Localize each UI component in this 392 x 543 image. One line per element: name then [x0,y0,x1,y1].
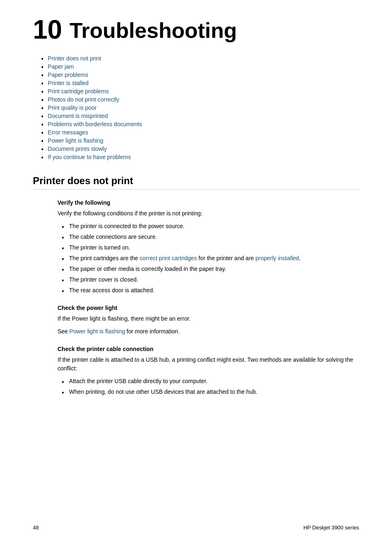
list-item: When printing, do not use other USB devi… [62,388,359,396]
chapter-number: 10 [33,16,62,43]
toc-link-document-prints-slowly[interactable]: Document prints slowly [48,146,107,152]
footer-page-number: 48 [33,525,39,531]
subsection-title-power-light: Check the power light [58,305,359,311]
link-properly-installed[interactable]: properly installed [256,255,299,261]
toc-link-paper-problems[interactable]: Paper problems [48,72,88,78]
list-item: The printer is connected to the power so… [62,222,359,231]
list-item: Paper jam [41,63,359,70]
subsection-title-cable: Check the printer cable connection [58,346,359,352]
toc-link-power-light[interactable]: Power light is flashing [48,137,103,144]
list-item: Printer is stalled [41,80,359,86]
list-item: The cable connections are secure. [62,233,359,241]
list-item: The print cartridges are the correct pri… [62,254,359,263]
section-heading: Printer does not print [33,175,359,189]
toc-link-document-misprinted[interactable]: Document is misprinted [48,113,108,119]
verify-bullet-list: The printer is connected to the power so… [58,222,359,295]
list-item: The paper or other media is correctly lo… [62,265,359,273]
subsection-verify-following: Verify the following Verify the followin… [58,199,359,295]
list-item: Paper problems [41,72,359,78]
footer-brand: HP Deskjet 3900 series [303,525,359,531]
toc-link-printer-is-stalled[interactable]: Printer is stalled [48,80,89,86]
list-item: Attach the printer USB cable directly to… [62,377,359,386]
list-item: Print quality is poor [41,104,359,111]
link-correct-cartridges[interactable]: correct print cartridges [140,255,197,261]
toc-link-photos-do-not-print[interactable]: Photos do not print correctly [48,96,119,103]
list-item: Photos do not print correctly [41,96,359,103]
power-light-text-2: See Power light is flashing for more inf… [58,327,359,336]
cable-bullet-list: Attach the printer USB cable directly to… [58,377,359,396]
link-power-light-flashing[interactable]: Power light is flashing [69,328,125,335]
list-item: The printer is turned on. [62,243,359,252]
toc-link-paper-jam[interactable]: Paper jam [48,63,74,70]
subsection-check-cable: Check the printer cable connection If th… [58,346,359,396]
subsection-title-verify: Verify the following [58,199,359,206]
list-item: If you continue to have problems [41,154,359,160]
chapter-title: Troubleshooting [69,16,237,42]
toc-link-printer-does-not-print[interactable]: Printer does not print [48,55,101,62]
list-item: The rear access door is attached. [62,286,359,295]
toc-link-print-cartridge-problems[interactable]: Print cartridge problems [48,88,109,95]
power-light-text-1: If the Power light is flashing, there mi… [58,314,359,323]
subsection-intro-verify: Verify the following conditions if the p… [58,209,359,218]
page-footer: 48 HP Deskjet 3900 series [33,525,359,531]
page-header: 10 Troubleshooting [33,16,359,43]
list-item: Document is misprinted [41,113,359,119]
toc-link-borderless[interactable]: Problems with borderless documents [48,121,142,127]
list-item: Print cartridge problems [41,88,359,95]
list-item: The printer cover is closed. [62,275,359,284]
toc-link-error-messages[interactable]: Error messages [48,129,88,136]
list-item: Error messages [41,129,359,136]
toc-list: Printer does not print Paper jam Paper p… [33,55,359,160]
list-item: Document prints slowly [41,146,359,152]
subsection-check-power-light: Check the power light If the Power light… [58,305,359,336]
list-item: Problems with borderless documents [41,121,359,127]
list-item: Printer does not print [41,55,359,62]
cable-intro-text: If the printer cable is attached to a US… [58,356,359,373]
toc-link-print-quality[interactable]: Print quality is poor [48,104,97,111]
section-printer-does-not-print: Printer does not print Verify the follow… [33,175,359,396]
toc-link-continue-problems[interactable]: If you continue to have problems [48,154,131,160]
list-item: Power light is flashing [41,137,359,144]
